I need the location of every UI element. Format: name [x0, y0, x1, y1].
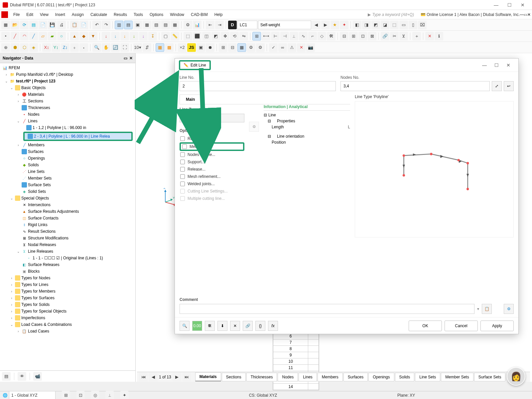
tb-misc2-icon[interactable]: ◨ — [362, 21, 371, 29]
tb3-cam-icon[interactable]: 📷 — [306, 43, 315, 52]
tb-new-icon[interactable]: ▦ — [1, 21, 10, 29]
tb2-dim1-icon[interactable]: ⟷ — [262, 32, 270, 41]
tb3-mesh1-icon[interactable]: ⊞ — [219, 43, 227, 52]
close-button[interactable]: ✕ — [516, 2, 529, 8]
tree-line2-selected[interactable]: 2 - 3,4 | Polyline | L : 96.000 in | Lin… — [34, 134, 110, 139]
tb2-load1-icon[interactable]: ↓ — [102, 32, 110, 41]
tab-main[interactable]: Main — [180, 94, 201, 104]
collapse-icon[interactable]: ⌄ — [16, 119, 21, 123]
tb3-link-icon[interactable]: ∞ — [278, 43, 287, 52]
tree-proj1[interactable]: Pump Manifold v3.rf6* | Desktop — [16, 72, 73, 77]
checkbox-icon[interactable] — [180, 152, 185, 157]
tb3-rec-icon[interactable]: ⏺ — [206, 43, 214, 52]
tb-doc-icon[interactable]: 📄 — [39, 21, 47, 29]
status-grid-icon[interactable]: ⊞ — [62, 391, 70, 399]
tb2-ex3-icon[interactable]: ⊡ — [358, 32, 367, 41]
tb3-gear-icon[interactable]: ⚙ — [247, 43, 255, 52]
tb-view1-icon[interactable]: ▥ — [115, 21, 123, 29]
tb2-member-icon[interactable]: ╱ — [29, 32, 38, 41]
menu-assign[interactable]: Assign — [68, 11, 87, 18]
tb2-break-icon[interactable]: ✂ — [390, 32, 399, 41]
tree-lines[interactable]: Lines — [28, 119, 38, 123]
footer-fx-button[interactable]: fx — [268, 321, 278, 331]
loadcase-code-dropdown[interactable]: LC1 — [237, 21, 257, 29]
tree-tlines[interactable]: Types for Lines — [21, 282, 48, 287]
opt-nodes-on-line[interactable]: Nodes on line... — [180, 151, 244, 158]
collapse-icon[interactable]: ⌄ — [16, 250, 21, 253]
status-snap-icon[interactable]: ⊡ — [76, 391, 85, 399]
navbot-cam-icon[interactable]: 📹 — [33, 372, 42, 381]
opt-welded[interactable]: Welded joints... — [180, 180, 244, 188]
tb3-warn-icon[interactable]: ⚠ — [288, 43, 296, 52]
tb2-load3-icon[interactable]: ↓ — [120, 32, 129, 41]
tb3-scale-icon[interactable]: ⇵ — [143, 43, 151, 52]
tb-view2-icon[interactable]: ▤ — [124, 21, 133, 29]
tb-copy-icon[interactable]: 📋 — [70, 21, 79, 29]
page-prev-icon[interactable]: ◀ — [149, 373, 158, 381]
tb3-mesh3-icon[interactable]: ▦ — [237, 43, 246, 52]
dialog-max-button[interactable]: ☐ — [490, 63, 502, 68]
tb2-link-icon[interactable]: 🔗 — [381, 32, 389, 41]
expand-icon[interactable]: › — [16, 93, 21, 96]
expand-icon[interactable]: › — [9, 303, 14, 307]
linetype-dropdown[interactable]: Polyline — [180, 114, 244, 122]
tb-misc1-icon[interactable]: ◧ — [353, 21, 361, 29]
comment-favorite-button[interactable]: ⚙ — [504, 304, 514, 314]
tb2-ex4-icon[interactable]: ⊠ — [368, 32, 376, 41]
expand-icon[interactable]: › — [9, 316, 14, 320]
status-cs-dropdown[interactable]: 1 - Global XYZ — [9, 391, 56, 399]
tree-line1[interactable]: 1 - 1,2 | Polyline | L : 96.000 in — [33, 125, 86, 130]
keyword-search[interactable]: Type a keyword (Alt+Q) — [372, 12, 414, 17]
tb2-dim7-icon[interactable]: ◇ — [318, 32, 326, 41]
table-row[interactable]: 9 — [273, 352, 308, 358]
tree-tmembers[interactable]: Types for Members — [21, 289, 56, 294]
minimize-button[interactable]: — — [489, 2, 503, 8]
tb2-ex2-icon[interactable]: ⊞ — [349, 32, 358, 41]
nodes-reverse-button[interactable]: ↩ — [504, 81, 514, 91]
tree-tsolids[interactable]: Types for Solids — [21, 302, 50, 307]
footer-find-button[interactable]: 🔍 — [180, 321, 190, 331]
tab-thicknesses[interactable]: Thicknesses — [246, 373, 277, 381]
tb2-dim2-icon[interactable]: ⊢ — [271, 32, 280, 41]
tab-solids[interactable]: Solids — [395, 373, 415, 381]
expand-icon[interactable]: › — [9, 296, 14, 300]
tb2-dim3-icon[interactable]: ⊣ — [280, 32, 289, 41]
tb-calc-icon[interactable]: ⚙ — [184, 21, 192, 29]
opt-rotation[interactable]: Rotation... — [180, 135, 244, 142]
expand-icon[interactable]: › — [16, 143, 21, 147]
checkbox-icon[interactable] — [180, 160, 185, 164]
tb2-open-icon[interactable]: ○ — [57, 32, 66, 41]
tb2-ruler-icon[interactable]: 📏 — [171, 32, 179, 41]
tb3-js-icon[interactable]: JS — [187, 43, 196, 52]
tb-next-icon[interactable]: ▶ — [321, 21, 330, 29]
tb3-gear2-icon[interactable]: ⚙ — [256, 43, 265, 52]
tree-sections[interactable]: Sections — [28, 99, 43, 103]
page-next-icon[interactable]: ▶ — [173, 373, 181, 381]
checkbox-icon[interactable] — [180, 174, 185, 179]
footer-script-button[interactable]: {} — [255, 321, 265, 331]
tree-materials[interactable]: Materials — [28, 92, 44, 97]
footer-units-button[interactable]: 0.00 — [192, 321, 202, 331]
tb2-solid-icon[interactable]: ▰ — [48, 32, 57, 41]
tb2-info-icon[interactable]: ℹ — [435, 32, 443, 41]
status-ortho-icon[interactable]: ⟂ — [105, 391, 114, 399]
expand-icon[interactable]: › — [9, 283, 14, 287]
tree-linerel[interactable]: Line Releases — [28, 249, 53, 254]
tb-view7-icon[interactable]: ▩ — [171, 21, 179, 29]
tb2-load6-icon[interactable]: ↧ — [148, 32, 157, 41]
tb3-axisx-icon[interactable]: X↕ — [42, 43, 51, 52]
navbot-grid-icon[interactable]: ▤ — [2, 372, 11, 381]
tb2-snap-icon[interactable]: ⊞ — [252, 32, 261, 41]
dialog-min-button[interactable]: — — [478, 63, 490, 68]
tree-openings[interactable]: Openings — [28, 156, 45, 161]
tb3-pan-icon[interactable]: ✋ — [102, 43, 110, 52]
status-polar-icon[interactable]: ✦ — [120, 391, 129, 399]
menu-edit[interactable]: Edit — [23, 11, 37, 18]
table-row[interactable]: 14 — [273, 384, 308, 390]
tree-smod[interactable]: Structure Modifications — [28, 236, 68, 240]
dialog-titlebar[interactable]: ✏️ Edit Line — ☐ ✕ — [175, 59, 518, 72]
tb-misc8-icon[interactable]: ⌧ — [418, 21, 427, 29]
footer-tool3-button[interactable]: ✕ — [230, 321, 240, 331]
tb-print-icon[interactable]: 🖨 — [57, 21, 66, 29]
tb2-dim4-icon[interactable]: ⟂ — [290, 32, 298, 41]
